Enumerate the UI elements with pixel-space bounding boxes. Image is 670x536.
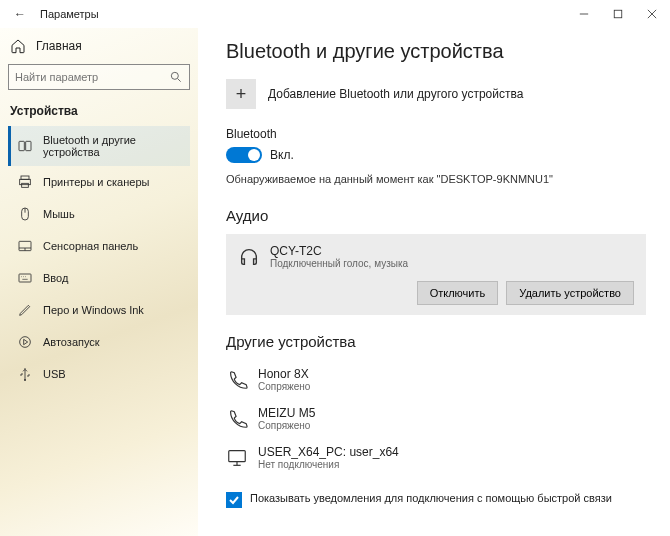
back-button[interactable]: ← [10,4,30,24]
sidebar-item-label: USB [43,368,66,380]
other-device-item[interactable]: USER_X64_PC: user_x64Нет подключения [226,438,646,477]
other-device-item[interactable]: MEIZU M5Сопряжено [226,399,646,438]
sidebar-item-touchpad[interactable]: Сенсорная панель [8,230,190,262]
home-icon [10,38,26,54]
close-button[interactable] [642,4,662,24]
device-name: USER_X64_PC: user_x64 [258,445,399,459]
svg-rect-7 [26,141,31,150]
sidebar-section-title: Устройства [10,104,190,118]
notify-label: Показывать уведомления для подключения с… [250,491,612,506]
audio-heading: Аудио [226,207,646,224]
keyboard-icon [17,270,33,286]
pc-icon [226,447,248,469]
sidebar-item-label: Bluetooth и другие устройства [43,134,184,158]
search-input-container[interactable] [8,64,190,90]
autoplay-icon [17,334,33,350]
discoverable-text: Обнаруживаемое на данный момент как "DES… [226,173,646,185]
sidebar-item-usb[interactable]: USB [8,358,190,390]
mouse-icon [17,206,33,222]
search-icon [169,70,183,84]
notify-checkbox[interactable] [226,492,242,508]
sidebar-item-printer[interactable]: Принтеры и сканеры [8,166,190,198]
maximize-button[interactable] [608,4,628,24]
window-title: Параметры [40,8,99,20]
page-title: Bluetooth и другие устройства [226,40,646,63]
svg-point-22 [24,379,26,381]
sidebar-item-label: Мышь [43,208,75,220]
svg-rect-23 [229,450,246,461]
sidebar-item-label: Сенсорная панель [43,240,138,252]
svg-point-21 [20,337,31,348]
pen-icon [17,302,33,318]
sidebar-item-label: Принтеры и сканеры [43,176,149,188]
svg-point-4 [171,72,178,79]
sidebar-item-label: Ввод [43,272,68,284]
svg-rect-6 [19,141,24,150]
phone-icon [226,408,248,430]
audio-device-status: Подключенный голос, музыка [270,258,408,269]
device-status: Сопряжено [258,381,310,392]
minimize-button[interactable] [574,4,594,24]
audio-device-card[interactable]: QCY-T2C Подключенный голос, музыка Отклю… [226,234,646,315]
plus-icon: + [226,79,256,109]
usb-icon [17,366,33,382]
bluetooth-devices-icon [17,138,33,154]
other-devices-heading: Другие устройства [226,333,646,350]
sidebar-item-autoplay[interactable]: Автозапуск [8,326,190,358]
svg-rect-10 [22,183,29,187]
svg-line-5 [178,79,181,82]
audio-device-name: QCY-T2C [270,244,408,258]
sidebar-item-bluetooth-devices[interactable]: Bluetooth и другие устройства [8,126,190,166]
add-device-button[interactable]: + Добавление Bluetooth или другого устро… [226,79,646,109]
svg-rect-16 [19,274,31,282]
sidebar-item-label: Автозапуск [43,336,100,348]
bluetooth-section-label: Bluetooth [226,127,646,141]
bluetooth-toggle-label: Вкл. [270,148,294,162]
bluetooth-toggle[interactable] [226,147,262,163]
printer-icon [17,174,33,190]
device-name: MEIZU M5 [258,406,315,420]
other-device-item[interactable]: Honor 8XСопряжено [226,360,646,399]
remove-device-button[interactable]: Удалить устройство [506,281,634,305]
sidebar-item-label: Перо и Windows Ink [43,304,144,316]
device-status: Нет подключения [258,459,399,470]
search-input[interactable] [15,71,169,83]
sidebar-item-pen[interactable]: Перо и Windows Ink [8,294,190,326]
device-status: Сопряжено [258,420,315,431]
sidebar-item-keyboard[interactable]: Ввод [8,262,190,294]
headphones-icon [238,246,260,268]
sidebar-item-mouse[interactable]: Мышь [8,198,190,230]
add-device-label: Добавление Bluetooth или другого устройс… [268,87,523,101]
svg-rect-8 [21,176,29,179]
touchpad-icon [17,238,33,254]
home-link[interactable]: Главная [8,32,190,64]
home-label: Главная [36,39,82,53]
phone-icon [226,369,248,391]
svg-rect-1 [614,10,622,18]
device-name: Honor 8X [258,367,310,381]
disconnect-button[interactable]: Отключить [417,281,499,305]
